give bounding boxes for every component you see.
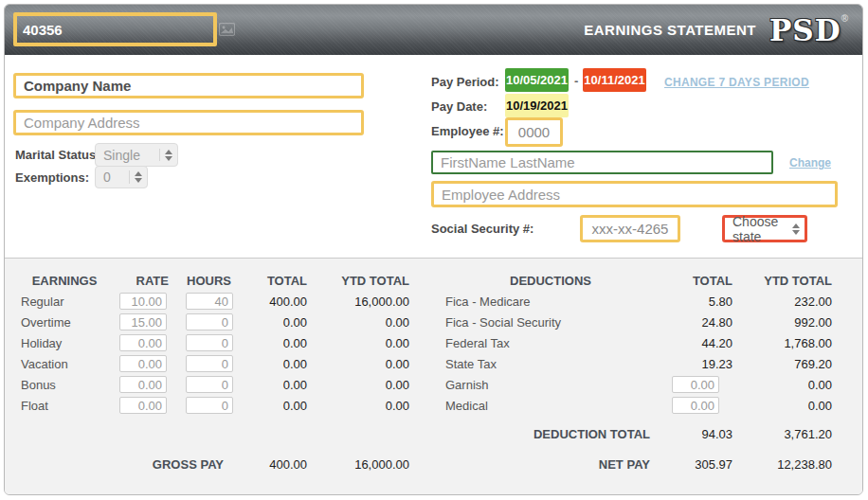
- gross-pay-label: GROSS PAY: [13, 457, 237, 472]
- earning-label: Regular: [13, 295, 116, 309]
- garnish-input[interactable]: [672, 376, 719, 393]
- total-value: 19.23: [663, 357, 734, 371]
- deduction-label: Federal Tax: [438, 336, 663, 350]
- col-header: EARNINGS: [13, 274, 116, 288]
- deduction-total-label: DEDUCTION TOTAL: [438, 427, 663, 441]
- stepper-arrows-icon: [160, 150, 177, 161]
- employee-name-input[interactable]: [433, 152, 771, 172]
- company-name-input[interactable]: [16, 76, 361, 96]
- col-header: YTD TOTAL: [309, 274, 411, 288]
- table-row: Overtime 0.00 0.00: [13, 312, 411, 332]
- company-name-field-wrap: [13, 73, 364, 98]
- change-period-link[interactable]: CHANGE 7 DAYS PERIOD: [664, 76, 809, 89]
- table-row: Regular 400.00 16,000.00: [13, 291, 411, 312]
- pay-tables-section: EARNINGS RATE HOURS TOTAL YTD TOTAL Regu…: [5, 258, 862, 495]
- hours-input[interactable]: [186, 355, 233, 372]
- employee-name-field-wrap: [431, 151, 773, 174]
- state-select[interactable]: Choose state: [722, 215, 807, 242]
- earning-label: Bonus: [13, 378, 116, 392]
- pay-date-label: Pay Date:: [431, 99, 487, 114]
- earnings-statement-page: EARNINGS STATEMENT PSD® Marital Status: …: [4, 4, 863, 495]
- ssn-field-wrap: [580, 215, 680, 242]
- total-value: 400.00: [237, 295, 309, 309]
- deductions-table: DEDUCTIONS TOTAL YTD TOTAL Fica - Medica…: [438, 270, 834, 474]
- logo-text-input[interactable]: [17, 22, 219, 38]
- table-row: Vacation 0.00 0.00: [13, 353, 411, 374]
- rate-input[interactable]: [119, 334, 167, 351]
- deduction-label: Fica - Medicare: [438, 295, 663, 309]
- rate-input[interactable]: [119, 397, 167, 414]
- rate-input[interactable]: [119, 293, 167, 310]
- table-row: Holiday 0.00 0.00: [13, 332, 411, 353]
- company-logo-upload[interactable]: [13, 12, 217, 46]
- pay-period-start-date[interactable]: 10/05/2021: [505, 68, 569, 92]
- hours-input[interactable]: [186, 397, 233, 414]
- deduction-label: Fica - Social Security: [438, 315, 663, 330]
- stepper-arrows-icon: [130, 171, 147, 183]
- table-row: Federal Tax 44.20 1,768.00: [438, 332, 834, 353]
- header-title-group: EARNINGS STATEMENT PSD®: [584, 5, 849, 55]
- earnings-header-row: EARNINGS RATE HOURS TOTAL YTD TOTAL: [13, 270, 411, 291]
- table-row: Garnish 0.00: [438, 374, 834, 395]
- image-placeholder-icon: [219, 23, 235, 36]
- ytd-value: 0.00: [734, 399, 834, 413]
- deduction-label: State Tax: [438, 357, 663, 371]
- table-row: Fica - Social Security 24.80 992.00: [438, 312, 834, 332]
- ytd-value: 16,000.00: [309, 295, 411, 309]
- ytd-value: 0.00: [734, 378, 834, 392]
- company-address-input[interactable]: [16, 113, 361, 133]
- net-pay-total: 305.97: [663, 457, 734, 472]
- net-pay-label: NET PAY: [438, 457, 663, 472]
- deduction-label: Medical: [438, 399, 663, 413]
- earning-label: Overtime: [13, 315, 116, 330]
- change-name-link[interactable]: Change: [789, 156, 831, 170]
- ytd-value: 0.00: [309, 378, 411, 392]
- marital-status-select[interactable]: Single: [95, 143, 178, 167]
- total-value: 44.20: [663, 336, 734, 350]
- hours-input[interactable]: [186, 293, 233, 310]
- employee-address-field-wrap: [431, 181, 838, 207]
- table-row: Bonus 0.00 0.00: [13, 374, 411, 395]
- exemptions-label: Exemptions:: [15, 170, 89, 185]
- marital-status-value: Single: [96, 148, 159, 163]
- pay-period-label: Pay Period:: [431, 75, 499, 89]
- pay-date-value[interactable]: 10/19/2021: [505, 94, 569, 117]
- earnings-table: EARNINGS RATE HOURS TOTAL YTD TOTAL Regu…: [13, 270, 411, 474]
- net-pay-row: NET PAY 305.97 12,238.80: [438, 454, 834, 474]
- ytd-value: 0.00: [309, 336, 411, 350]
- net-pay-ytd: 12,238.80: [734, 457, 834, 472]
- hours-input[interactable]: [186, 376, 233, 393]
- employee-number-input[interactable]: [508, 120, 560, 144]
- pay-period-end-date[interactable]: 10/11/2021: [583, 68, 646, 92]
- col-header: YTD TOTAL: [734, 274, 834, 288]
- deduction-total-ytd: 3,761.20: [734, 427, 834, 441]
- stepper-arrows-icon: [787, 223, 805, 235]
- employee-address-input[interactable]: [434, 184, 835, 205]
- hours-input[interactable]: [186, 334, 233, 351]
- deduction-total-value: 94.03: [663, 427, 734, 441]
- medical-input[interactable]: [672, 397, 719, 414]
- employee-number-field-wrap: [505, 117, 563, 147]
- page-title: EARNINGS STATEMENT: [584, 22, 756, 38]
- earning-label: Float: [13, 399, 116, 413]
- col-header: DEDUCTIONS: [438, 274, 663, 288]
- table-row: Fica - Medicare 5.80 232.00: [438, 291, 834, 312]
- exemptions-value: 0: [96, 170, 129, 185]
- deduction-total-row: DEDUCTION TOTAL 94.03 3,761.20: [438, 423, 834, 444]
- ssn-input[interactable]: [583, 218, 678, 240]
- state-select-value: Choose state: [725, 214, 787, 244]
- hours-input[interactable]: [186, 313, 233, 330]
- exemptions-select[interactable]: 0: [95, 166, 148, 188]
- rate-input[interactable]: [119, 355, 167, 372]
- employee-number-label: Employee #:: [431, 124, 504, 138]
- rate-input[interactable]: [119, 313, 167, 330]
- col-header: RATE: [116, 274, 171, 288]
- total-value: 0.00: [237, 357, 309, 371]
- ytd-value: 769.20: [734, 357, 834, 371]
- gross-pay-total: 400.00: [237, 457, 309, 472]
- rate-input[interactable]: [119, 376, 167, 393]
- ytd-value: 0.00: [309, 399, 411, 413]
- total-value: 0.00: [237, 315, 309, 330]
- ytd-value: 0.00: [309, 315, 411, 330]
- gross-pay-row: GROSS PAY 400.00 16,000.00: [13, 454, 411, 474]
